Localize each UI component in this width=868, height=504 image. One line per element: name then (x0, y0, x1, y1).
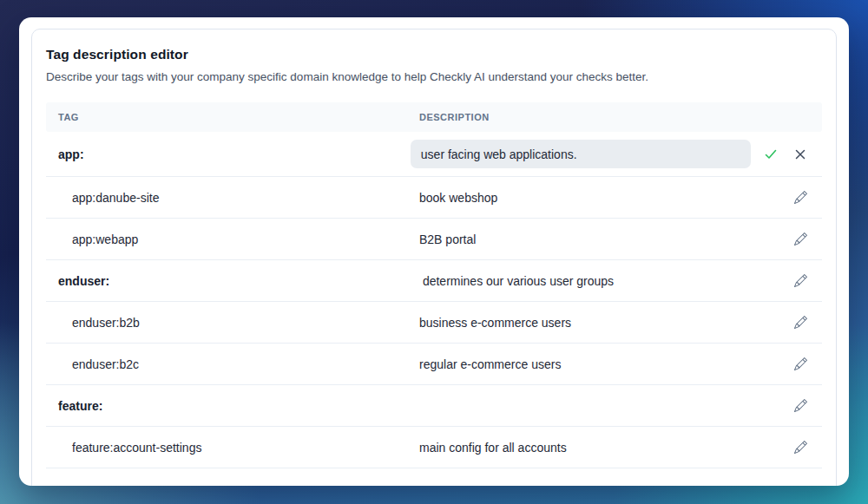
edit-button[interactable] (787, 310, 813, 336)
confirm-button[interactable] (758, 141, 784, 167)
tag-label: app: (58, 147, 84, 161)
pencil-icon (794, 441, 807, 454)
pencil-icon (794, 316, 807, 329)
table-row: enduser:b2c regular e-commerce users (46, 344, 822, 385)
edit-button[interactable] (787, 185, 813, 211)
x-icon (794, 148, 806, 160)
edit-button[interactable] (787, 268, 813, 294)
page-title: Tag description editor (46, 47, 822, 62)
pencil-icon (794, 357, 807, 370)
tag-label: feature: (58, 399, 102, 413)
pencil-icon (794, 399, 807, 412)
edit-button[interactable] (787, 435, 813, 461)
description-column-header: DESCRIPTION (419, 112, 749, 122)
pencil-icon (794, 274, 807, 287)
tag-editor-card: Tag description editor Describe your tag… (19, 17, 849, 486)
edit-button[interactable] (787, 226, 813, 252)
edit-button[interactable] (787, 351, 813, 377)
description-text: determines our various user groups (419, 274, 614, 288)
description-text: business e-commerce users (419, 316, 571, 330)
tag-table: TAG DESCRIPTION app: (46, 102, 822, 468)
tag-label: enduser:b2c (72, 357, 139, 371)
table-row: app:webapp B2B portal (46, 219, 822, 260)
description-input[interactable] (411, 140, 751, 168)
table-row: app:danube-site book webshop (46, 177, 822, 219)
description-text: book webshop (419, 191, 497, 205)
table-row: feature: (46, 385, 822, 427)
table-header-row: TAG DESCRIPTION (46, 102, 822, 132)
table-row: app: (46, 132, 822, 177)
tag-label: enduser: (58, 274, 109, 288)
cancel-button[interactable] (787, 141, 813, 167)
tag-editor-panel: Tag description editor Describe your tag… (31, 29, 837, 486)
table-row: enduser:b2b business e-commerce users (46, 302, 822, 344)
description-text: B2B portal (419, 232, 476, 246)
check-icon (764, 147, 778, 161)
table-row: enduser: determines our various user gro… (46, 260, 822, 302)
tag-label: feature:account-settings (72, 441, 201, 455)
pencil-icon (794, 191, 807, 204)
description-text: main config for all accounts (419, 441, 567, 455)
description-text: regular e-commerce users (419, 357, 561, 371)
tag-label: app:danube-site (72, 191, 159, 205)
tag-label: enduser:b2b (72, 316, 140, 330)
table-row: feature:account-settings main config for… (46, 427, 822, 468)
edit-button[interactable] (787, 393, 813, 419)
table-body: app: a (46, 132, 822, 468)
tag-label: app:webapp (72, 232, 138, 246)
page-subtitle: Describe your tags with your company spe… (46, 70, 822, 83)
pencil-icon (794, 232, 807, 245)
tag-column-header: TAG (46, 112, 419, 122)
